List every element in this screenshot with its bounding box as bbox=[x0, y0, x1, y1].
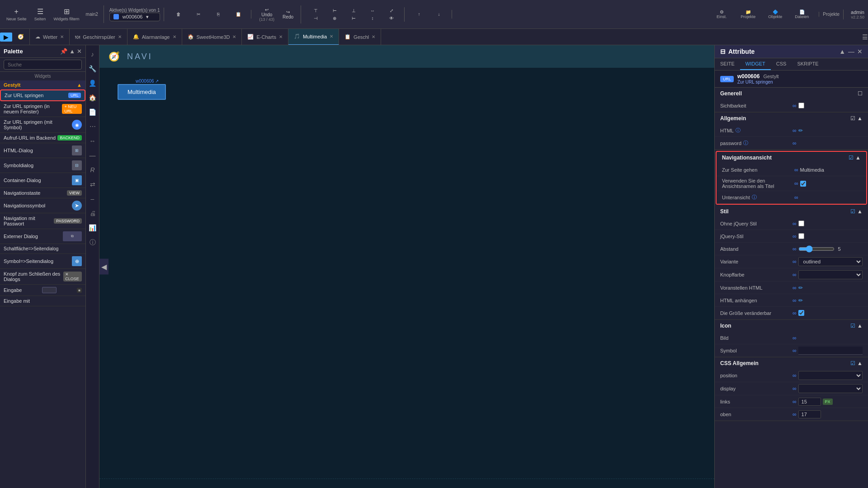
align-mid-button[interactable]: ⊢ bbox=[326, 7, 344, 14]
palette-collapse-button[interactable]: ▲ bbox=[69, 48, 75, 55]
undo-button[interactable]: ↩ Undo (13 / 43) bbox=[257, 5, 278, 23]
stil-collapse-icon[interactable]: ▲ bbox=[857, 208, 863, 215]
palette-item-externer-dialog[interactable]: Externer Dialog ⧉ bbox=[0, 229, 85, 244]
palette-item-eingabe-mit[interactable]: Eingabe mit bbox=[0, 296, 85, 306]
icon-section-header[interactable]: Icon ☑ ▲ bbox=[715, 320, 868, 332]
password-link-icon[interactable]: ∞ bbox=[793, 140, 797, 146]
widget-selector-chevron[interactable]: ▾ bbox=[146, 14, 149, 20]
upload-button[interactable]: ↑ bbox=[410, 10, 428, 19]
download-button[interactable]: ↓ bbox=[430, 10, 448, 19]
sidebar-arrows2-button[interactable]: ⇄ bbox=[88, 179, 97, 190]
bild-link-icon[interactable]: ∞ bbox=[793, 335, 797, 341]
palette-item-html-dialog[interactable]: HTML-Dialog ⊞ bbox=[0, 143, 85, 158]
sidebar-dots-button[interactable]: ⋯ bbox=[88, 121, 98, 132]
sidebar-tools-button[interactable]: 🔧 bbox=[87, 63, 98, 74]
palette-item-zur-url-new[interactable]: Zur URL springen (in neuem Fenster) + NE… bbox=[0, 101, 85, 117]
password-info-icon[interactable]: ⓘ bbox=[743, 140, 748, 146]
html-anhaengen-edit-icon[interactable]: ✏ bbox=[798, 297, 803, 304]
ohne-jquery-checkbox[interactable] bbox=[798, 221, 804, 226]
sidebar-person-button[interactable]: 👤 bbox=[87, 78, 98, 89]
widget-info-link[interactable]: Zur URL springen bbox=[737, 80, 779, 84]
html-edit-icon[interactable]: ✏ bbox=[798, 127, 803, 134]
unteransicht-info-icon[interactable]: ⓘ bbox=[752, 194, 757, 201]
unteransicht-link-icon[interactable]: ∞ bbox=[794, 194, 798, 201]
multimedia-close[interactable]: ✕ bbox=[330, 34, 333, 39]
oben-input[interactable] bbox=[798, 410, 821, 418]
wetter-close[interactable]: ✕ bbox=[60, 34, 64, 39]
sichtbarkeit-checkbox[interactable] bbox=[798, 103, 804, 108]
sidebar-print-button[interactable]: 🖨 bbox=[88, 208, 98, 219]
tabs-menu-button[interactable]: ☰ bbox=[862, 33, 868, 41]
align-bottom-button[interactable]: ⊥ bbox=[344, 7, 363, 14]
palette-close-button[interactable]: ✕ bbox=[77, 48, 82, 55]
pages-button[interactable]: ☰ Seiten bbox=[31, 5, 49, 23]
palette-item-schaltflaeche-seitendialog[interactable]: Schaltfläche=>Seitendialog bbox=[0, 244, 85, 254]
palette-item-eingabe[interactable]: Eingabe ■ bbox=[0, 285, 85, 296]
html-info-icon[interactable]: ⓘ bbox=[736, 127, 741, 134]
sidebar-r-button[interactable]: R bbox=[88, 164, 96, 175]
palette-item-navigationssymbol[interactable]: Navigationssymbol ➤ bbox=[0, 198, 85, 213]
copy-button[interactable]: ⎘ bbox=[209, 10, 227, 19]
canvas-widget-breadcrumb[interactable]: w000606 ↗ bbox=[136, 79, 159, 84]
voranstellen-link-icon[interactable]: ∞ bbox=[793, 285, 797, 291]
attr-tab-seite[interactable]: SEITE bbox=[715, 58, 740, 70]
echarts-close[interactable]: ✕ bbox=[279, 34, 283, 39]
attr-close-button[interactable]: ✕ bbox=[857, 48, 863, 55]
html-link-icon[interactable]: ∞ bbox=[793, 127, 797, 134]
stil-checkbox[interactable]: ☑ bbox=[850, 208, 855, 215]
position-select[interactable] bbox=[798, 371, 863, 380]
attr-tab-widget[interactable]: WIDGET bbox=[740, 58, 771, 70]
sidebar-page-button[interactable]: 📄 bbox=[87, 107, 98, 117]
allgemein-checkbox[interactable]: ☑ bbox=[850, 115, 855, 122]
delete-button[interactable]: 🗑 bbox=[170, 10, 188, 19]
ansichtsname-checkbox[interactable] bbox=[800, 181, 806, 187]
css-allgemein-checkbox[interactable]: ☑ bbox=[850, 360, 855, 366]
icon-checkbox[interactable]: ☑ bbox=[850, 323, 855, 329]
gestylt-section-header[interactable]: Gestylt ▲ bbox=[0, 80, 85, 89]
tab-current[interactable]: 🧭 bbox=[12, 29, 30, 45]
align-center-v-button[interactable]: ⊕ bbox=[326, 15, 344, 22]
navigationsansicht-checkbox[interactable]: ☑ bbox=[849, 155, 854, 161]
eye-button[interactable]: 👁 bbox=[382, 15, 401, 22]
allgemein-collapse-icon[interactable]: ▲ bbox=[857, 115, 863, 122]
tab-multimedia[interactable]: 🎵 Multimedia ✕ bbox=[288, 29, 339, 45]
tab-sweethome3d[interactable]: 🏠 SweetHome3D ✕ bbox=[182, 29, 242, 45]
paste-button[interactable]: 📋 bbox=[229, 10, 247, 19]
geschirrspueler-close[interactable]: ✕ bbox=[118, 34, 122, 39]
navigationsansicht-collapse-icon[interactable]: ▲ bbox=[855, 155, 861, 161]
abstand-slider[interactable] bbox=[798, 245, 835, 253]
search-input[interactable] bbox=[4, 60, 82, 70]
dist-v-button[interactable]: ↕ bbox=[363, 15, 382, 22]
canvas-widget-button[interactable]: Multimedia bbox=[118, 84, 166, 100]
sidebar-arrows-button[interactable]: ↔ bbox=[88, 136, 98, 146]
palette-item-zur-url-symbol[interactable]: Zur URL springen (mit Symbol) ◉ bbox=[0, 117, 85, 133]
align-left-button[interactable]: ⊣ bbox=[307, 15, 325, 22]
tab-geschirrspueler[interactable]: 🍽 Geschirrspüler ✕ bbox=[70, 29, 127, 45]
sweethome-close[interactable]: ✕ bbox=[232, 34, 236, 39]
links-input[interactable] bbox=[798, 398, 821, 406]
stil-section-header[interactable]: Stil ☑ ▲ bbox=[715, 206, 868, 217]
tab-echarts[interactable]: 📈 E-Charts ✕ bbox=[242, 29, 288, 45]
dist-h-button[interactable]: ↔ bbox=[363, 7, 382, 14]
einstellungen-button[interactable]: ⚙ Einst. bbox=[712, 8, 731, 21]
align-top-button[interactable]: ⊤ bbox=[307, 7, 325, 14]
voranstellen-edit-icon[interactable]: ✏ bbox=[798, 285, 803, 291]
palette-item-nav-passwort[interactable]: Navigation mit Passwort PASSWORD bbox=[0, 213, 85, 229]
attr-collapse-button[interactable]: — bbox=[848, 48, 854, 55]
widgets-filter-button[interactable]: ⊞ Widgets filtern bbox=[51, 5, 82, 23]
attr-tab-skripte[interactable]: SKRIPTE bbox=[792, 58, 824, 70]
sidebar-dash-button[interactable]: — bbox=[88, 150, 98, 161]
variante-select[interactable]: outlined contained text bbox=[798, 257, 863, 266]
geschl-close[interactable]: ✕ bbox=[372, 34, 375, 39]
widget-selector[interactable]: w000606 ▾ bbox=[109, 13, 160, 21]
sidebar-chart-button[interactable]: 📊 bbox=[87, 222, 98, 233]
dateien-button[interactable]: 📄 Dateien bbox=[792, 8, 811, 21]
tab-wetter[interactable]: ☁ Wetter ✕ bbox=[30, 29, 70, 45]
html-anhaengen-link-icon[interactable]: ∞ bbox=[793, 297, 797, 304]
palette-item-navigationstaste[interactable]: Navigationstaste VIEW bbox=[0, 188, 85, 198]
cut-button[interactable]: ✂ bbox=[189, 10, 208, 19]
symbol-link-icon[interactable]: ∞ bbox=[793, 347, 797, 354]
new-page-button[interactable]: + Neue Seite bbox=[4, 6, 29, 23]
sidebar-home-button[interactable]: 🏠 bbox=[87, 92, 98, 103]
jquery-checkbox[interactable] bbox=[798, 233, 804, 239]
